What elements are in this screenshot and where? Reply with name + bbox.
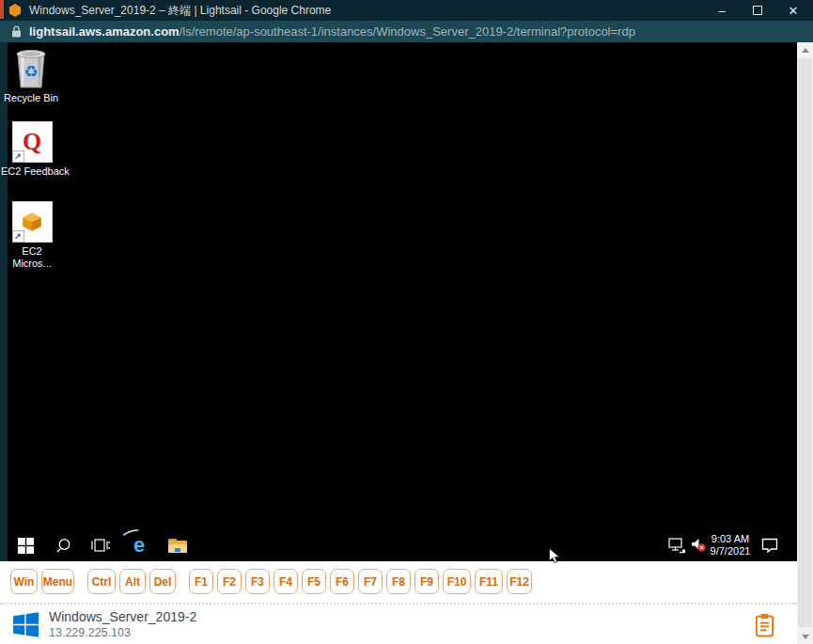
desktop-icon-ec2-feedback[interactable]: Q ↗ EC2 Feedback — [1, 121, 63, 178]
internet-explorer-button[interactable]: e — [124, 529, 154, 561]
terminal-viewport: e — [0, 42, 797, 561]
aws-cube-icon: ↗ — [12, 201, 53, 243]
folder-icon — [168, 539, 187, 553]
clipboard-button[interactable] — [753, 613, 775, 637]
vkey-win[interactable]: Win — [10, 569, 38, 594]
icon-label-line1: EC2 — [1, 245, 63, 258]
shortcut-arrow-icon: ↗ — [12, 150, 24, 163]
shortcut-arrow-icon: ↗ — [12, 230, 24, 243]
windows-logo-icon — [13, 612, 39, 637]
vkey-f8[interactable]: F8 — [386, 569, 411, 594]
recycle-bin-icon: ♻ — [13, 48, 49, 89]
vkey-ctrl[interactable]: Ctrl — [87, 569, 116, 594]
vkey-f12[interactable]: F12 — [507, 569, 532, 594]
vkey-f2[interactable]: F2 — [217, 569, 242, 594]
start-button[interactable] — [11, 529, 39, 561]
scroll-up-icon — [802, 48, 809, 53]
vkey-f4[interactable]: F4 — [274, 569, 298, 594]
icon-label-line2: Micros... — [1, 258, 63, 270]
minimize-button[interactable]: – — [704, 0, 740, 21]
icon-label: EC2 Feedback — [1, 165, 63, 178]
svg-text:♻: ♻ — [23, 62, 38, 81]
scroll-down-button[interactable] — [797, 629, 813, 644]
scrollbar-thumb[interactable] — [798, 58, 812, 627]
network-icon — [668, 538, 686, 554]
instance-ip: 13.229.225.103 — [49, 625, 196, 640]
windows-start-icon — [18, 538, 34, 554]
taskbar-clock[interactable]: 9:03 AM 9/7/2021 — [708, 529, 753, 561]
scroll-up-button[interactable] — [797, 42, 813, 57]
window-title: Windows_Server_2019-2 – 終端 | Lightsail -… — [29, 3, 331, 19]
clock-time: 9:03 AM — [711, 533, 749, 545]
action-center-icon — [761, 538, 778, 553]
clock-date: 9/7/2021 — [711, 545, 751, 558]
task-view-icon — [91, 538, 110, 553]
taskbar-search-button[interactable] — [49, 529, 77, 561]
instance-info: Windows_Server_2019-2 13.229.225.103 — [49, 608, 196, 640]
vkey-menu[interactable]: Menu — [41, 569, 74, 594]
maximize-icon — [753, 6, 762, 15]
action-center-button[interactable] — [756, 529, 784, 561]
instance-footer-bar: Windows_Server_2019-2 13.229.225.103 — [0, 603, 797, 644]
vkey-alt[interactable]: Alt — [119, 569, 146, 594]
window-controls: – ✕ — [704, 0, 811, 21]
task-view-button[interactable] — [86, 529, 115, 561]
browser-titlebar: Windows_Server_2019-2 – 終端 | Lightsail -… — [0, 0, 813, 21]
browser-window: Windows_Server_2019-2 – 終端 | Lightsail -… — [0, 0, 813, 644]
close-button[interactable]: ✕ — [775, 0, 811, 21]
lock-icon — [11, 25, 22, 38]
instance-name: Windows_Server_2019-2 — [49, 608, 196, 625]
vkey-f7[interactable]: F7 — [358, 569, 383, 594]
page-scrollbar[interactable] — [797, 42, 813, 644]
red-q-glyph: Q — [23, 128, 41, 156]
virtual-keys-bar: Win Menu Ctrl Alt Del F1 F2 F3 F4 F5 F6 … — [0, 561, 797, 603]
windows-taskbar: e — [8, 529, 797, 561]
clipboard-icon — [755, 613, 774, 637]
vkey-f1[interactable]: F1 — [189, 569, 213, 594]
vkey-f11[interactable]: F11 — [475, 569, 503, 594]
maximize-button[interactable] — [740, 0, 775, 21]
file-explorer-button[interactable] — [163, 529, 193, 561]
search-icon — [55, 538, 71, 554]
vkey-f5[interactable]: F5 — [302, 569, 326, 594]
url-text: lightsail.aws.amazon.com/ls/remote/ap-so… — [29, 24, 635, 39]
scroll-down-icon — [802, 635, 809, 639]
desktop-icon-ec2-microsoft[interactable]: ↗ EC2 Micros... — [1, 201, 63, 270]
url-path: /ls/remote/ap-southeast-1/instances/Wind… — [180, 24, 635, 39]
desktop-icon-recycle-bin[interactable]: ♻ Recycle Bin — [0, 48, 62, 104]
speaker-muted-icon — [691, 538, 707, 553]
address-bar[interactable]: lightsail.aws.amazon.com/ls/remote/ap-so… — [0, 21, 813, 42]
remote-desktop-canvas[interactable]: e — [8, 42, 797, 561]
vkey-f10[interactable]: F10 — [443, 569, 471, 594]
vkey-del[interactable]: Del — [149, 569, 176, 594]
icon-label: Recycle Bin — [0, 92, 62, 104]
vkey-f9[interactable]: F9 — [414, 569, 439, 594]
url-domain: lightsail.aws.amazon.com — [29, 24, 180, 39]
ec2-feedback-icon: Q ↗ — [12, 121, 53, 163]
vkey-f3[interactable]: F3 — [245, 569, 270, 594]
background-window-sliver — [0, 0, 4, 19]
vkey-f6[interactable]: F6 — [330, 569, 354, 594]
lightsail-favicon-icon — [8, 4, 22, 17]
mouse-cursor-icon — [549, 548, 560, 564]
